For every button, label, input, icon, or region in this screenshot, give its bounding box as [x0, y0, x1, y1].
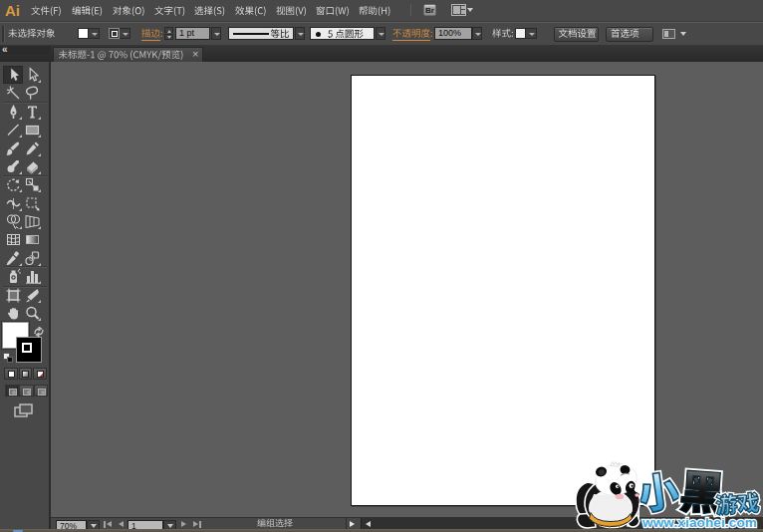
svg-text:www.xiaohei.com: www.xiaohei.com [641, 515, 757, 530]
